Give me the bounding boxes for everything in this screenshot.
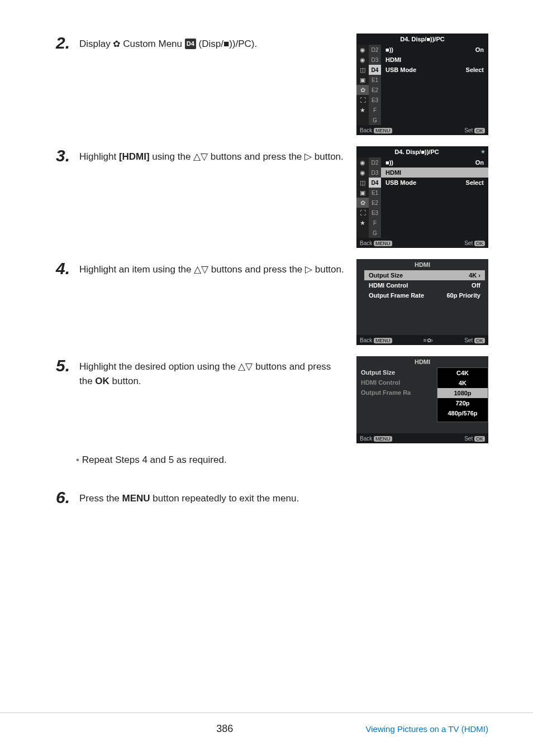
set-label: Set OK bbox=[464, 127, 485, 133]
menu-row-dim: Output Size bbox=[356, 367, 437, 377]
screen-title: D4. Disp/■))/PC bbox=[356, 34, 488, 45]
sub-tab: E2 bbox=[369, 85, 381, 95]
screen-title: D4. Disp/■))/PC bbox=[356, 146, 477, 157]
d4-badge: D4 bbox=[185, 39, 196, 49]
menu-row-highlighted: Output Size4K › bbox=[364, 270, 485, 280]
right-icon: ▷ bbox=[304, 151, 312, 162]
set-label: Set OK bbox=[464, 337, 485, 343]
sub-tab: G bbox=[369, 228, 381, 238]
menu-row-dim: HDMI Control bbox=[356, 377, 437, 387]
setup-icon: ⛶ bbox=[356, 95, 369, 105]
sub-tab: F bbox=[369, 218, 381, 228]
step-number: 2. bbox=[56, 34, 79, 52]
step-text: Press the MENU button repeatedly to exit… bbox=[79, 488, 488, 506]
down-icon: ▽ bbox=[201, 151, 208, 162]
menu-chip: MENU bbox=[374, 338, 392, 343]
step-2: 2. Display ✿ Custom Menu D4 (Disp/■))/PC… bbox=[56, 34, 488, 135]
step-5: 5. Highlight the desired option using th… bbox=[56, 356, 488, 443]
sub-tab: E3 bbox=[369, 208, 381, 218]
menu-row: HDMI ControlOff bbox=[364, 280, 485, 290]
sub-tab: E2 bbox=[369, 198, 381, 208]
sub-tab: D3 bbox=[369, 55, 381, 65]
back-label: Back MENU bbox=[360, 337, 392, 343]
step-4: 4. Highlight an item using the △▽ button… bbox=[56, 259, 488, 345]
menu-row: HDMI bbox=[381, 55, 488, 65]
option-highlighted: 1080p bbox=[437, 388, 488, 398]
bullet-repeat: Repeat Steps 4 and 5 as required. bbox=[76, 454, 488, 466]
star-icon: ★ bbox=[477, 146, 488, 157]
screenshot-d4-hdmi-highlight: D4. Disp/■))/PC ★ ◉ ◉ ◫ ▣ ✿ ⛶ ★ D2 D3 D4 bbox=[356, 146, 488, 248]
back-label: Back MENU bbox=[360, 127, 392, 133]
menu-row-dim: Output Frame Ra bbox=[356, 387, 437, 398]
sub-tab-active: D4 bbox=[369, 65, 381, 75]
step-number: 3. bbox=[56, 146, 79, 165]
options-popup: C4K 4K 1080p 720p 480p/576p bbox=[437, 367, 488, 422]
up-icon: △ bbox=[194, 264, 201, 275]
playback-icon: ▣ bbox=[356, 188, 369, 198]
my-icon: ★ bbox=[356, 218, 369, 228]
sub-tab: E3 bbox=[369, 95, 381, 105]
right-icon: ▷ bbox=[305, 264, 312, 275]
step-text: Highlight [HDMI] using the △▽ buttons an… bbox=[79, 146, 356, 164]
down-icon: ▽ bbox=[245, 361, 253, 372]
shoot2-icon: ◉ bbox=[356, 55, 369, 65]
screenshot-d4-menu: D4. Disp/■))/PC ◉ ◉ ◫ ▣ ✿ ⛶ ★ D2 D3 D4 E… bbox=[356, 34, 488, 135]
sub-tab: E1 bbox=[369, 188, 381, 198]
sub-tab: D2 bbox=[369, 45, 381, 55]
sub-tab-active: D4 bbox=[369, 178, 381, 188]
gear-icon: ✿ bbox=[356, 85, 369, 95]
menu-row-highlighted: HDMI bbox=[381, 168, 488, 178]
page-number: 386 bbox=[84, 723, 365, 735]
footer-link[interactable]: Viewing Pictures on a TV (HDMI) bbox=[365, 724, 488, 734]
video-icon: ◫ bbox=[356, 65, 369, 75]
step-3: 3. Highlight [HDMI] using the △▽ buttons… bbox=[56, 146, 488, 248]
shoot1-icon: ◉ bbox=[356, 45, 369, 55]
video-icon: ◫ bbox=[356, 178, 369, 188]
ok-chip: OK bbox=[474, 241, 485, 246]
back-label: Back MENU bbox=[360, 240, 392, 246]
menu-chip: MENU bbox=[374, 436, 392, 442]
step-number: 5. bbox=[56, 356, 79, 375]
chevron-right-icon: › bbox=[478, 272, 480, 279]
screenshot-hdmi-submenu: HDMI Output Size4K › HDMI ControlOff Out… bbox=[356, 259, 488, 345]
up-icon: △ bbox=[193, 151, 201, 162]
ok-chip: OK bbox=[474, 128, 485, 133]
screenshot-hdmi-options: HDMI Output Size HDMI Control Output Fra… bbox=[356, 356, 488, 443]
sub-tab: D2 bbox=[369, 157, 381, 168]
shoot2-icon: ◉ bbox=[356, 168, 369, 178]
gear-icon: ✿ bbox=[356, 198, 369, 208]
ok-chip: OK bbox=[474, 338, 485, 343]
set-label: Set OK bbox=[464, 436, 485, 442]
step-6: 6. Press the MENU button repeatedly to e… bbox=[56, 488, 488, 507]
step-number: 6. bbox=[56, 488, 79, 507]
my-icon: ★ bbox=[356, 105, 369, 115]
sub-tab: F bbox=[369, 105, 381, 115]
gear-icon: ✿ bbox=[113, 37, 120, 51]
option: 720p bbox=[437, 398, 488, 408]
step-text: Highlight an item using the △▽ buttons a… bbox=[79, 259, 356, 277]
screen-title: HDMI bbox=[356, 356, 488, 367]
screen-title: HDMI bbox=[356, 259, 488, 270]
menu-row: USB ModeSelect bbox=[381, 178, 488, 188]
step-number: 4. bbox=[56, 259, 79, 278]
setup-icon: ⛶ bbox=[356, 208, 369, 218]
menu-row: ■))On bbox=[381, 45, 488, 55]
option: C4K bbox=[437, 368, 488, 378]
sub-tab: E1 bbox=[369, 75, 381, 85]
playback-icon: ▣ bbox=[356, 75, 369, 85]
option: 4K bbox=[437, 378, 488, 388]
step-text: Highlight the desired option using the △… bbox=[79, 356, 356, 388]
menu-row: USB ModeSelect bbox=[381, 65, 488, 75]
up-icon: △ bbox=[238, 361, 245, 372]
menu-row: Output Frame Rate60p Priority bbox=[364, 290, 485, 300]
shoot1-icon: ◉ bbox=[356, 157, 369, 168]
menu-chip: MENU bbox=[374, 241, 392, 246]
page-footer: 386 Viewing Pictures on a TV (HDMI) bbox=[0, 712, 533, 735]
menu-chip: MENU bbox=[374, 128, 392, 133]
mid-icon: ≡✿› bbox=[423, 337, 433, 343]
option: 480p/576p bbox=[437, 408, 488, 418]
down-icon: ▽ bbox=[201, 264, 208, 275]
ok-chip: OK bbox=[474, 436, 485, 442]
step-text: Display ✿ Custom Menu D4 (Disp/■))/PC). bbox=[79, 34, 356, 51]
back-label: Back MENU bbox=[360, 436, 392, 442]
